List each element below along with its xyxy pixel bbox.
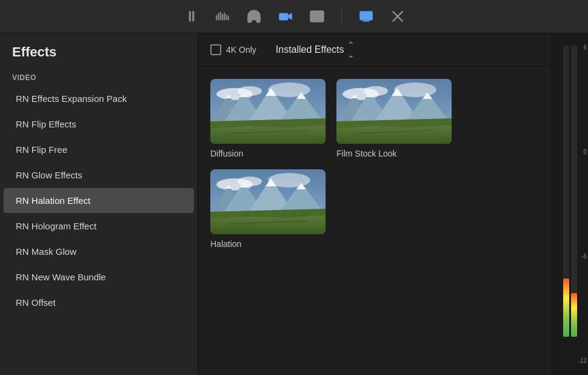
vu-bar-right [571,46,577,337]
svg-point-54 [238,177,262,186]
audio-bars-icon[interactable] [213,7,232,26]
svg-rect-3 [218,13,219,21]
vu-label-0: 0 [578,149,587,155]
vu-label-neg12: -12 [578,357,587,364]
svg-rect-1 [192,11,194,21]
headphones-icon[interactable] [244,7,264,26]
4k-only-label: 4K Only [226,45,256,55]
vu-label-6: 6 [578,44,587,51]
svg-rect-0 [189,11,190,21]
sidebar-item-rn-flip-free[interactable]: RN Flip Free [4,137,194,162]
vu-label-neg6: -6 [578,253,587,260]
sidebar-item-rn-effects-expansion[interactable]: RN Effects Expansion Pack [4,86,194,111]
sidebar-item-rn-offset[interactable]: RN Offset [4,290,194,315]
vu-bar-right-fill [571,293,577,337]
sidebar-item-rn-halation-effect[interactable]: RN Halation Effect [4,188,194,213]
svg-marker-65 [210,215,326,234]
svg-marker-35 [210,125,326,144]
content-area: 4K Only Installed Effects ⌃⌄ [198,33,552,375]
chevron-up-down-icon: ⌃⌄ [347,40,355,59]
sidebar-item-rn-glow-effects[interactable]: RN Glow Effects [4,163,194,187]
toolbar-separator [341,7,342,25]
svg-rect-7 [226,15,227,21]
effect-label-film-stock-look: Film Stock Look [336,149,452,158]
close-x-icon[interactable] [388,7,407,26]
installed-effects-label: Installed Effects [276,44,344,55]
sidebar-title: Effects [0,33,198,69]
svg-rect-11 [310,11,324,21]
svg-marker-50 [336,125,452,144]
main-area: Effects VIDEO RN Effects Expansion PackR… [0,33,588,375]
effect-thumbnail-diffusion [210,79,326,144]
svg-rect-18 [359,11,373,20]
svg-rect-5 [221,14,222,21]
content-header: 4K Only Installed Effects ⌃⌄ [198,33,552,67]
vu-bar-left-fill [563,279,569,337]
effect-thumbnail-film-stock-look [336,79,452,144]
svg-rect-6 [224,13,225,21]
film-strip-icon[interactable] [307,7,327,26]
svg-rect-4 [219,12,221,20]
sidebar-section-header: VIDEO [0,69,198,86]
effect-thumbnail-halation [210,169,326,234]
video-camera-icon[interactable] [276,7,295,26]
vu-bar-left [563,46,569,337]
trim-icon[interactable] [181,7,201,26]
svg-rect-2 [216,15,217,21]
sidebar-item-rn-mask-glow[interactable]: RN Mask Glow [4,239,194,264]
effect-label-diffusion: Diffusion [210,149,326,158]
vu-meter: 6 0 -6 -12 [552,33,588,375]
effect-item-film-stock-look[interactable]: Film Stock Look [336,79,452,158]
sidebar: Effects VIDEO RN Effects Expansion PackR… [0,33,198,375]
effect-item-diffusion[interactable]: Diffusion [210,79,326,158]
sidebar-item-rn-new-wave-bundle[interactable]: RN New Wave Bundle [4,265,194,289]
svg-point-39 [364,86,388,96]
svg-point-24 [238,86,262,96]
installed-effects-selector[interactable]: Installed Effects ⌃⌄ [276,40,355,59]
4k-only-checkbox-container[interactable]: 4K Only [210,44,256,55]
svg-rect-8 [227,16,229,21]
4k-only-checkbox[interactable] [210,44,221,55]
sidebar-item-rn-flip-effects[interactable]: RN Flip Effects [4,112,194,137]
sidebar-item-rn-hologram-effect[interactable]: RN Hologram Effect [4,214,194,238]
toolbar [0,0,588,33]
svg-rect-9 [279,13,288,21]
monitor-icon[interactable] [356,7,376,26]
svg-rect-19 [362,21,369,22]
effects-grid: Diffusion [198,67,552,375]
effect-item-halation[interactable]: Halation [210,169,326,249]
svg-marker-10 [288,13,292,20]
effect-label-halation: Halation [210,239,326,249]
